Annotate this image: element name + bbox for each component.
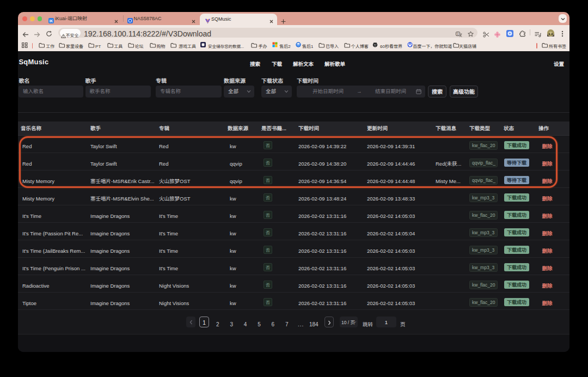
svg-text:文: 文 (456, 32, 460, 35)
svg-text:iK: iK (49, 19, 53, 23)
